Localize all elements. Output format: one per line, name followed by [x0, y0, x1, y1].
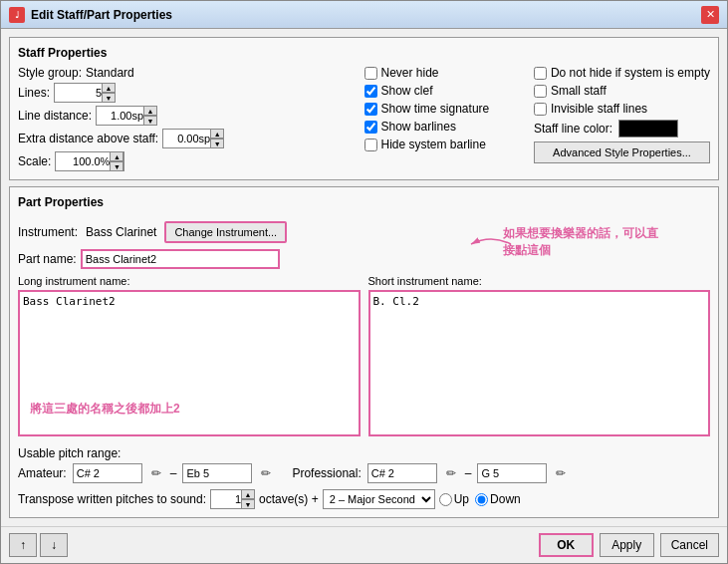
staff-line-color-label: Staff line color:: [534, 122, 612, 136]
part-properties-section: Part Properties Instrument: Bass Clarine…: [9, 186, 719, 518]
dialog-body: Staff Properties Style group: Standard L…: [1, 29, 727, 526]
nav-up-button[interactable]: ↑: [9, 533, 37, 557]
style-group-row: Style group: Standard: [18, 66, 364, 80]
hide-system-barline-checkbox[interactable]: [364, 139, 377, 151]
scale-spin[interactable]: ▲ ▼: [55, 151, 124, 171]
show-clef-row: Show clef: [364, 84, 490, 98]
lines-row: Lines: ▲ ▼: [18, 83, 364, 103]
professional-label: Professional:: [292, 466, 361, 480]
short-name-col: Short instrument name:: [368, 275, 711, 436]
extra-distance-down[interactable]: ▼: [210, 139, 224, 148]
short-name-textarea[interactable]: [368, 290, 711, 436]
hide-system-barline-label: Hide system barline: [381, 138, 486, 151]
invisible-lines-checkbox[interactable]: [534, 103, 547, 116]
scale-down[interactable]: ▼: [110, 161, 123, 171]
pitch-section: Usable pitch range: Amateur: ✏ – ✏ Profe…: [18, 446, 710, 483]
show-barlines-checkbox[interactable]: [364, 121, 377, 134]
line-distance-label: Line distance:: [18, 109, 92, 123]
transpose-octave-suffix: octave(s) +: [259, 492, 319, 506]
transpose-label: Transpose written pitches to sound:: [18, 492, 206, 506]
show-time-sig-checkbox[interactable]: [364, 103, 377, 116]
up-radio[interactable]: [439, 493, 452, 506]
close-button[interactable]: ✕: [701, 6, 719, 24]
middle-checkboxes: Never hide Show clef Show time signature: [364, 66, 490, 171]
small-staff-label: Small staff: [551, 84, 607, 98]
extra-distance-label: Extra distance above staff:: [18, 132, 158, 145]
scale-up[interactable]: ▲: [110, 151, 123, 161]
part-name-label: Part name:: [18, 252, 77, 266]
extra-distance-up[interactable]: ▲: [210, 129, 224, 139]
line-distance-spin[interactable]: ▲ ▼: [96, 106, 155, 126]
extra-distance-spin[interactable]: ▲ ▼: [162, 129, 222, 148]
title-bar: ♩ Edit Staff/Part Properties ✕: [1, 1, 727, 29]
dialog-title: Edit Staff/Part Properties: [31, 8, 701, 22]
show-clef-checkbox[interactable]: [364, 85, 377, 98]
right-checkboxes: Do not hide if system is empty Small sta…: [534, 66, 710, 171]
change-instrument-button[interactable]: Change Instrument...: [164, 221, 287, 243]
nav-arrows: ↑ ↓: [9, 533, 68, 557]
professional-high-input[interactable]: [477, 463, 547, 483]
app-icon: ♩: [9, 7, 25, 23]
do-not-hide-row: Do not hide if system is empty: [534, 66, 710, 80]
show-barlines-row: Show barlines: [364, 120, 490, 134]
scale-input[interactable]: [58, 155, 110, 167]
lines-spin[interactable]: ▲ ▼: [54, 83, 114, 103]
staff-line-color-box[interactable]: [618, 120, 678, 138]
long-name-label: Long instrument name:: [18, 275, 361, 287]
lines-up-arrow[interactable]: ▲: [102, 83, 116, 93]
dialog-buttons-bar: ↑ ↓ OK Apply Cancel: [1, 526, 727, 563]
never-hide-row: Never hide: [364, 66, 490, 80]
lines-down-arrow[interactable]: ▼: [102, 93, 116, 103]
invisible-lines-label: Invisible staff lines: [551, 102, 647, 116]
short-name-label: Short instrument name:: [368, 275, 711, 287]
octave-up[interactable]: ▲: [241, 489, 255, 499]
transpose-interval-select[interactable]: 2 – Major Second: [323, 489, 435, 509]
up-radio-label[interactable]: Up: [439, 492, 469, 506]
never-hide-checkbox[interactable]: [364, 67, 377, 80]
apply-button[interactable]: Apply: [600, 533, 654, 557]
never-hide-label: Never hide: [381, 66, 439, 80]
staff-properties-section: Staff Properties Style group: Standard L…: [9, 37, 719, 180]
professional-low-input[interactable]: [367, 463, 437, 483]
ok-button[interactable]: OK: [539, 533, 594, 557]
professional-low-edit-button[interactable]: ✏: [443, 465, 459, 481]
show-time-sig-row: Show time signature: [364, 102, 490, 116]
cancel-button[interactable]: Cancel: [660, 533, 719, 557]
nav-down-button[interactable]: ↓: [40, 533, 68, 557]
show-clef-label: Show clef: [381, 84, 433, 98]
instrument-label: Instrument:: [18, 225, 78, 239]
part-section-title: Part Properties: [18, 195, 710, 209]
line-distance-down[interactable]: ▼: [143, 116, 157, 126]
do-not-hide-checkbox[interactable]: [534, 67, 547, 80]
transpose-row: Transpose written pitches to sound: ▲ ▼ …: [18, 489, 710, 509]
lines-input[interactable]: [57, 87, 102, 99]
professional-dash: –: [465, 466, 472, 480]
up-down-radio-group: Up Down: [439, 492, 521, 506]
part-name-input[interactable]: [81, 249, 280, 269]
down-radio-label[interactable]: Down: [475, 492, 521, 506]
style-group-label: Style group:: [18, 66, 82, 80]
line-distance-up[interactable]: ▲: [143, 106, 157, 116]
usable-pitch-label: Usable pitch range:: [18, 446, 710, 460]
staff-section-title: Staff Properties: [18, 46, 710, 60]
down-radio[interactable]: [475, 493, 488, 506]
professional-high-edit-button[interactable]: ✏: [553, 465, 569, 481]
dialog: ♩ Edit Staff/Part Properties ✕ Staff Pro…: [0, 0, 728, 564]
amateur-dash: –: [170, 466, 177, 480]
amateur-high-edit-button[interactable]: ✏: [258, 465, 274, 481]
scale-label: Scale:: [18, 154, 51, 168]
extra-distance-input[interactable]: [165, 133, 210, 144]
amateur-low-edit-button[interactable]: ✏: [148, 465, 164, 481]
instrument-value: Bass Clarinet: [86, 225, 156, 239]
amateur-high-input[interactable]: [182, 463, 252, 483]
annotation-add-2: 將這三處的名稱之後都加上2: [30, 401, 180, 418]
line-distance-input[interactable]: [99, 110, 143, 122]
transpose-octave-spin[interactable]: ▲ ▼: [210, 489, 255, 509]
transpose-octave-input[interactable]: [213, 493, 241, 505]
octave-down[interactable]: ▼: [241, 499, 255, 509]
amateur-low-input[interactable]: [73, 463, 142, 483]
invisible-lines-row: Invisible staff lines: [534, 102, 710, 116]
small-staff-checkbox[interactable]: [534, 85, 547, 98]
advanced-style-button[interactable]: Advanced Style Properties...: [534, 141, 710, 163]
do-not-hide-label: Do not hide if system is empty: [551, 66, 710, 80]
